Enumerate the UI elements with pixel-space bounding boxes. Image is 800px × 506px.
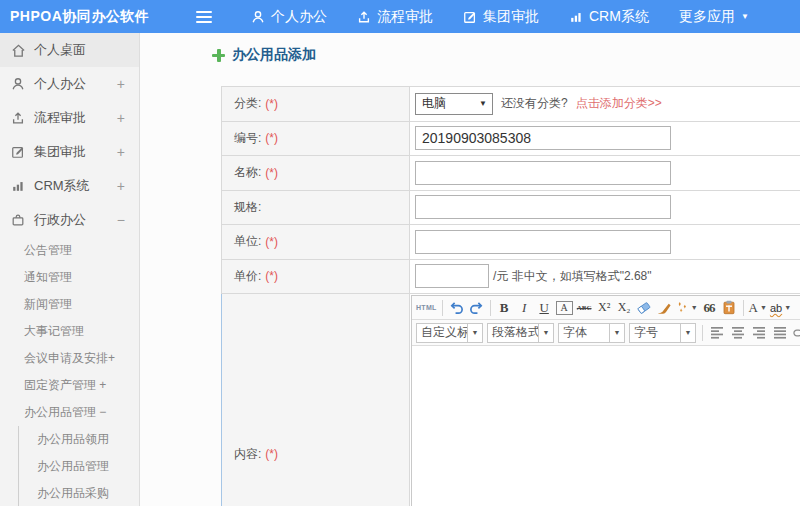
plus-icon bbox=[212, 49, 225, 62]
caret-down-icon: ▼ bbox=[741, 13, 749, 21]
eraser-icon[interactable] bbox=[636, 299, 653, 317]
sidebar-item-label: 个人桌面 bbox=[34, 41, 86, 59]
sidebar-item-fixed-assets-mgmt[interactable]: 固定资产管理 + bbox=[0, 372, 139, 399]
name-input[interactable] bbox=[415, 161, 671, 185]
nav-label: 个人办公 bbox=[271, 8, 327, 26]
form-row-price: 单价: (*) /元 非中文，如填写格式"2.68" bbox=[222, 260, 800, 295]
sidebar-item-admin-office[interactable]: 行政办公 − bbox=[0, 203, 139, 237]
form-row-code: 编号: (*) bbox=[222, 122, 800, 157]
paragraph-format-dropdown[interactable]: 段落格式▼ bbox=[487, 323, 554, 343]
add-category-link[interactable]: 点击添加分类>> bbox=[576, 95, 662, 112]
price-input[interactable] bbox=[415, 264, 489, 288]
nav-crm-system[interactable]: CRM系统 bbox=[554, 0, 664, 33]
chart-icon bbox=[569, 10, 583, 24]
sidebar-item-supplies-claim[interactable]: 办公用品领用 bbox=[19, 426, 139, 453]
sidebar-item-crm[interactable]: CRM系统 + bbox=[0, 169, 139, 203]
supplies-add-form: 分类: (*) 电脑 ▼ 还没有分类? 点击添加分类>> 编号: (*) bbox=[221, 86, 800, 506]
custom-title-dropdown[interactable]: 自定义标题▼ bbox=[416, 323, 483, 343]
align-left-icon[interactable] bbox=[709, 324, 726, 342]
form-row-content: 内容: (*) HTML B I U bbox=[222, 294, 800, 506]
font-border-button[interactable]: A bbox=[556, 301, 573, 315]
nav-more-apps[interactable]: 更多应用 ▼ bbox=[664, 0, 764, 33]
sidebar-item-desktop[interactable]: 个人桌面 bbox=[0, 33, 139, 67]
format-painter-icon[interactable]: ▼ bbox=[676, 299, 698, 317]
form-row-unit: 单位: (*) bbox=[222, 225, 800, 260]
required-mark: (*) bbox=[265, 131, 278, 145]
home-icon bbox=[10, 43, 26, 58]
superscript-button[interactable]: X² bbox=[596, 299, 613, 317]
underline-button[interactable]: U bbox=[536, 299, 553, 317]
code-input[interactable] bbox=[415, 126, 671, 150]
category-select[interactable]: 电脑 ▼ bbox=[415, 93, 493, 115]
strikethrough-button[interactable]: ABC bbox=[576, 299, 593, 317]
font-size-dropdown[interactable]: 字号▼ bbox=[629, 323, 696, 343]
link-icon[interactable] bbox=[793, 324, 800, 342]
top-nav-menu: 个人办公 流程审批 集团审批 CRM系统 更多应用 ▼ bbox=[236, 0, 764, 33]
editor-content-area[interactable] bbox=[412, 346, 800, 506]
undo-icon[interactable] bbox=[448, 299, 465, 317]
html-source-button[interactable]: HTML bbox=[416, 299, 437, 317]
required-mark: (*) bbox=[265, 447, 278, 461]
align-center-icon[interactable] bbox=[730, 324, 747, 342]
nav-label: 流程审批 bbox=[377, 8, 433, 26]
briefcase-icon bbox=[10, 213, 26, 227]
required-mark: (*) bbox=[265, 269, 278, 283]
unit-input[interactable] bbox=[415, 230, 671, 254]
blockquote-button[interactable]: 66 bbox=[701, 299, 718, 317]
collapse-toggle[interactable]: − bbox=[117, 212, 125, 228]
nav-personal-office[interactable]: 个人办公 bbox=[236, 0, 342, 33]
nav-label: 集团审批 bbox=[483, 8, 539, 26]
highlight-color-button[interactable]: ab▼ bbox=[770, 299, 791, 317]
price-label: 单价: (*) bbox=[222, 260, 410, 294]
app-logo: PHPOA协同办公软件 bbox=[0, 8, 182, 26]
nav-group-approval[interactable]: 集团审批 bbox=[448, 0, 554, 33]
italic-button[interactable]: I bbox=[516, 299, 533, 317]
brush-icon[interactable] bbox=[656, 299, 673, 317]
subscript-button[interactable]: X₂ bbox=[616, 299, 633, 317]
sidebar-item-events-mgmt[interactable]: 大事记管理 bbox=[0, 318, 139, 345]
main-content: 办公用品添加 分类: (*) 电脑 ▼ 还没有分类? 点击添加分类>> bbox=[140, 33, 800, 506]
sidebar-item-supplies-purchase[interactable]: 办公用品采购 bbox=[19, 480, 139, 506]
paste-icon[interactable] bbox=[721, 299, 738, 317]
expand-toggle[interactable]: + bbox=[117, 76, 125, 92]
expand-toggle[interactable]: + bbox=[117, 110, 125, 126]
edit-icon bbox=[463, 10, 477, 24]
price-hint: /元 非中文，如填写格式"2.68" bbox=[493, 268, 652, 285]
chevron-down-icon: ▼ bbox=[479, 99, 487, 108]
nav-label: 更多应用 bbox=[679, 8, 735, 26]
person-icon bbox=[251, 10, 265, 24]
flow-icon bbox=[357, 10, 371, 24]
sidebar-item-personal-office[interactable]: 个人办公 + bbox=[0, 67, 139, 101]
sidebar-item-notice-mgmt[interactable]: 通知管理 bbox=[0, 264, 139, 291]
hamburger-icon[interactable] bbox=[196, 8, 212, 26]
expand-toggle[interactable]: + bbox=[117, 144, 125, 160]
name-label: 名称: (*) bbox=[222, 156, 410, 190]
top-navbar: PHPOA协同办公软件 个人办公 流程审批 集团审批 CRM系统 更多应用 ▼ bbox=[0, 0, 800, 33]
sidebar-item-news-mgmt[interactable]: 新闻管理 bbox=[0, 291, 139, 318]
caret-down-icon: ▼ bbox=[691, 304, 698, 311]
sidebar-item-office-supplies-mgmt[interactable]: 办公用品管理 − bbox=[0, 399, 139, 426]
font-family-dropdown[interactable]: 字体▼ bbox=[558, 323, 625, 343]
chart-icon bbox=[10, 179, 26, 193]
page-title-text: 办公用品添加 bbox=[232, 46, 316, 64]
editor-toolbar-row1: HTML B I U A ABC X² X₂ bbox=[412, 296, 800, 320]
caret-down-icon: ▼ bbox=[538, 324, 553, 342]
flow-icon bbox=[10, 111, 26, 125]
font-color-button[interactable]: A▼ bbox=[749, 299, 767, 317]
sidebar-item-meeting-mgmt[interactable]: 会议申请及安排+ bbox=[0, 345, 139, 372]
required-mark: (*) bbox=[265, 166, 278, 180]
sidebar-item-label: 集团审批 bbox=[34, 143, 86, 161]
code-label: 编号: (*) bbox=[222, 122, 410, 156]
justify-icon[interactable] bbox=[772, 324, 789, 342]
bold-button[interactable]: B bbox=[496, 299, 513, 317]
sidebar-item-workflow-approval[interactable]: 流程审批 + bbox=[0, 101, 139, 135]
redo-icon[interactable] bbox=[468, 299, 485, 317]
sidebar-item-group-approval[interactable]: 集团审批 + bbox=[0, 135, 139, 169]
sidebar-item-supplies-manage[interactable]: 办公用品管理 bbox=[19, 453, 139, 480]
sidebar-item-announcement-mgmt[interactable]: 公告管理 bbox=[0, 237, 139, 264]
nav-workflow-approval[interactable]: 流程审批 bbox=[342, 0, 448, 33]
spec-input[interactable] bbox=[415, 195, 671, 219]
required-mark: (*) bbox=[265, 235, 278, 249]
expand-toggle[interactable]: + bbox=[117, 178, 125, 194]
align-right-icon[interactable] bbox=[751, 324, 768, 342]
